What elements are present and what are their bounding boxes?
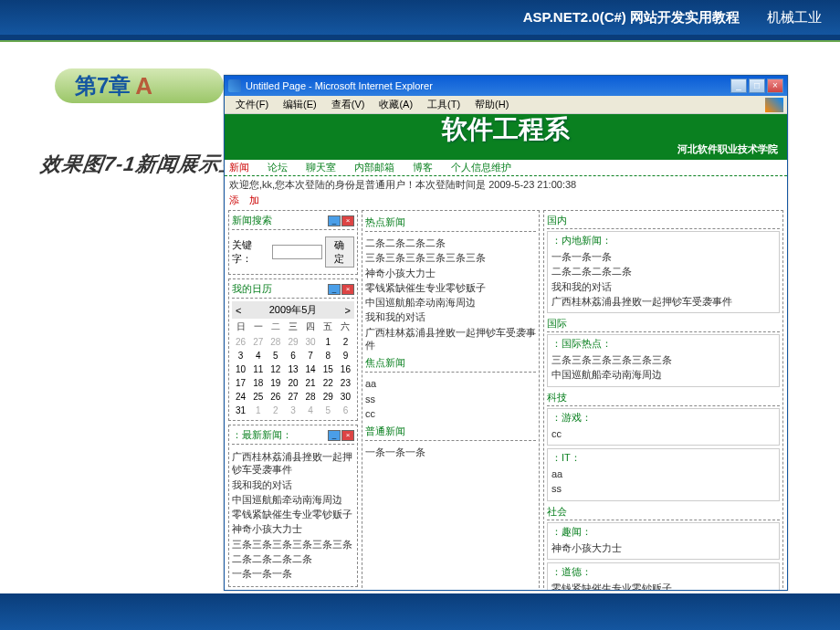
- cal-day[interactable]: 2: [337, 335, 354, 349]
- menu-view[interactable]: 查看(V): [324, 96, 373, 113]
- cal-day[interactable]: 26: [267, 390, 284, 404]
- list-item[interactable]: 神奇小孩大力士: [232, 521, 354, 536]
- list-item[interactable]: 广西桂林荔浦县挫败一起押钞车受袭事件: [551, 294, 775, 309]
- cal-day[interactable]: 19: [267, 376, 284, 390]
- cal-next[interactable]: >: [345, 305, 351, 316]
- cal-day[interactable]: 14: [302, 362, 320, 376]
- list-item[interactable]: 二条二条二条二条: [551, 264, 775, 278]
- ie-titlebar[interactable]: Untitled Page - Microsoft Internet Explo…: [225, 76, 787, 96]
- cal-day[interactable]: 12: [267, 362, 284, 376]
- list-item[interactable]: 神奇小孩大力士: [551, 541, 775, 555]
- list-item[interactable]: 三条三条三条三条三条三条: [232, 537, 354, 551]
- search-button[interactable]: 确定: [325, 236, 354, 268]
- cal-day[interactable]: 27: [249, 335, 267, 349]
- list-item[interactable]: 一条一条一条: [232, 566, 354, 581]
- panel-close-icon[interactable]: ×: [341, 430, 354, 441]
- cal-day[interactable]: 25: [249, 390, 267, 404]
- cal-day[interactable]: 10: [232, 362, 249, 376]
- menu-file[interactable]: 文件(F): [228, 96, 276, 113]
- cal-day[interactable]: 11: [249, 362, 267, 376]
- list-item[interactable]: 零钱紧缺催生专业零钞贩子: [365, 280, 536, 295]
- nav-forum[interactable]: 论坛: [258, 161, 297, 174]
- cal-day[interactable]: 3: [284, 404, 301, 417]
- cal-day[interactable]: 13: [284, 362, 301, 376]
- panel-close-icon[interactable]: ×: [341, 215, 354, 226]
- list-item[interactable]: 我和我的对话: [365, 310, 536, 324]
- cal-day[interactable]: 28: [267, 335, 284, 349]
- cal-day[interactable]: 8: [320, 349, 337, 362]
- cal-day[interactable]: 5: [320, 404, 337, 417]
- cal-day[interactable]: 18: [249, 376, 267, 390]
- chapter-text: 第7章: [75, 71, 131, 100]
- nav-mail[interactable]: 内部邮箱: [345, 161, 404, 174]
- cal-day[interactable]: 22: [320, 376, 337, 390]
- cal-day[interactable]: 29: [320, 390, 337, 404]
- list-item[interactable]: cc: [365, 406, 536, 421]
- list-item[interactable]: 二条二条二条二条: [365, 236, 536, 250]
- nav-blog[interactable]: 博客: [404, 161, 442, 174]
- cal-day[interactable]: 1: [320, 335, 337, 349]
- menu-help[interactable]: 帮助(H): [467, 96, 516, 113]
- cal-day[interactable]: 28: [302, 390, 320, 404]
- cal-day[interactable]: 16: [337, 362, 354, 376]
- minimize-button[interactable]: _: [730, 79, 747, 93]
- cal-day[interactable]: 20: [284, 376, 301, 390]
- nav-news[interactable]: 新闻: [229, 161, 258, 174]
- list-item[interactable]: 零钱紧缺催生专业零钞贩子: [551, 581, 775, 590]
- nav-profile[interactable]: 个人信息维护: [442, 161, 520, 174]
- menu-fav[interactable]: 收藏(A): [372, 96, 420, 113]
- close-button[interactable]: ×: [767, 79, 783, 93]
- cal-prev[interactable]: <: [236, 305, 241, 316]
- cal-day[interactable]: 30: [337, 390, 354, 404]
- cal-day[interactable]: 29: [284, 335, 301, 349]
- cal-day[interactable]: 6: [284, 349, 301, 362]
- menu-edit[interactable]: 编辑(E): [276, 96, 324, 113]
- cal-day[interactable]: 5: [267, 349, 284, 362]
- cal-day[interactable]: 26: [232, 335, 249, 349]
- cal-day[interactable]: 6: [337, 404, 354, 417]
- list-item[interactable]: 中国巡航船牵动南海周边: [365, 295, 536, 310]
- list-item[interactable]: 二条二条二条二条: [232, 551, 354, 566]
- list-item[interactable]: 一条一条一条: [365, 445, 536, 459]
- cal-day[interactable]: 23: [337, 376, 354, 390]
- list-item[interactable]: 三条三条三条三条三条三条: [551, 352, 775, 367]
- cal-day[interactable]: 7: [302, 349, 320, 362]
- cal-day[interactable]: 9: [337, 349, 354, 362]
- panel-close-icon[interactable]: ×: [341, 284, 354, 295]
- maximize-button[interactable]: □: [749, 79, 765, 93]
- cal-day[interactable]: 2: [267, 404, 284, 417]
- cal-day[interactable]: 24: [232, 390, 249, 404]
- list-item[interactable]: 广西桂林荔浦县挫败一起押钞车受袭事件: [232, 449, 354, 478]
- list-item[interactable]: 神奇小孩大力士: [365, 266, 536, 280]
- menu-tools[interactable]: 工具(T): [420, 96, 467, 113]
- list-item[interactable]: aa: [365, 376, 536, 391]
- nav-chat[interactable]: 聊天室: [297, 161, 345, 174]
- cal-day[interactable]: 17: [232, 376, 249, 390]
- panel-min-icon[interactable]: _: [328, 215, 341, 226]
- cal-day[interactable]: 15: [320, 362, 337, 376]
- list-item[interactable]: 中国巡航船牵动南海周边: [551, 367, 775, 382]
- list-item[interactable]: 我和我的对话: [551, 279, 775, 294]
- panel-min-icon[interactable]: _: [328, 430, 341, 441]
- list-item[interactable]: ss: [551, 481, 775, 496]
- add-link[interactable]: 添 加: [225, 194, 787, 207]
- cal-day[interactable]: 4: [302, 404, 320, 417]
- list-item[interactable]: cc: [551, 426, 775, 441]
- cal-day[interactable]: 3: [232, 349, 249, 362]
- list-item[interactable]: aa: [551, 467, 775, 481]
- list-item[interactable]: 中国巡航船牵动南海周边: [232, 492, 354, 507]
- cal-day[interactable]: 30: [302, 335, 320, 349]
- list-item[interactable]: 我和我的对话: [232, 478, 354, 492]
- cal-day[interactable]: 27: [284, 390, 301, 404]
- cal-day[interactable]: 31: [232, 404, 249, 417]
- list-item[interactable]: 三条三条三条三条三条三条: [365, 250, 536, 265]
- panel-min-icon[interactable]: _: [328, 284, 341, 295]
- list-item[interactable]: ss: [365, 392, 536, 406]
- list-item[interactable]: 零钱紧缺催生专业零钞贩子: [232, 507, 354, 521]
- cal-day[interactable]: 4: [249, 349, 267, 362]
- list-item[interactable]: 广西桂林荔浦县挫败一起押钞车受袭事件: [365, 325, 536, 353]
- cal-day[interactable]: 21: [302, 376, 320, 390]
- search-input[interactable]: [272, 245, 322, 259]
- cal-day[interactable]: 1: [249, 404, 267, 417]
- list-item[interactable]: 一条一条一条: [551, 249, 775, 264]
